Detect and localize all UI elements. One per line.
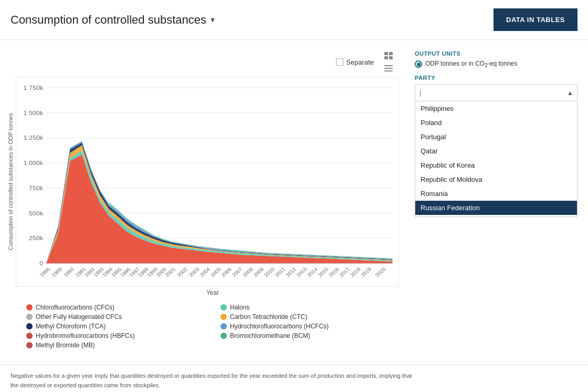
chart-controls: Separate xyxy=(5,50,399,74)
dropdown-item-republic-korea[interactable]: Republic of Korea xyxy=(415,158,577,172)
footnote-line1: Negative values for a given year imply t… xyxy=(10,372,578,381)
x-axis-label: Year xyxy=(5,289,399,296)
legend-label-other-hcfc: Other Fully Halogenated CFCs xyxy=(36,313,122,321)
legend-label-ctc: Carbon Tetrachloride (CTC) xyxy=(230,313,307,321)
party-dropdown-list[interactable]: Philippines Poland Portugal Qatar Republ… xyxy=(415,101,578,217)
svg-text:2018: 2018 xyxy=(349,266,362,277)
svg-text:2014: 2014 xyxy=(306,266,319,278)
svg-text:2003: 2003 xyxy=(187,266,200,277)
chart-wrapper: Consumption of controlled substances in … xyxy=(5,77,399,287)
y-axis-label: Consumption of controlled substances in … xyxy=(5,77,16,287)
radio-circle-inner xyxy=(417,63,421,66)
radio-circle[interactable] xyxy=(415,60,422,68)
legend-label-hbfc: Hydrobromofluorocarbons (HBFCs) xyxy=(36,332,135,339)
output-units-radio[interactable]: ODP tonnes or in CO2-eq tonnes xyxy=(415,60,578,68)
page-header: Consumption of controlled substances ▾ D… xyxy=(0,0,588,40)
legend-dot-other-hcfc xyxy=(26,314,33,320)
svg-text:2007: 2007 xyxy=(230,266,243,277)
svg-text:1986: 1986 xyxy=(38,266,51,277)
chart-section: Separate xyxy=(0,45,410,354)
right-panel: OUTPUT UNITS ODP tonnes or in CO2-eq ton… xyxy=(410,45,588,354)
svg-text:2002: 2002 xyxy=(176,266,188,277)
data-tables-button[interactable]: DATA IN TABLES xyxy=(494,8,578,31)
legend-label-hcfc: Hydrochlorofluorocarbons (HCFCs) xyxy=(230,323,329,330)
legend-dot-hbfc xyxy=(26,333,33,339)
title-text: Consumption of controlled substances xyxy=(10,13,206,27)
legend-label-bcm: Bromochloromethane (BCM) xyxy=(230,332,310,339)
legend-item-hcfc: Hydrochlorofluorocarbons (HCFCs) xyxy=(220,323,399,330)
svg-rect-0 xyxy=(384,52,388,55)
dropdown-item-russian-federation[interactable]: Russian Federation xyxy=(415,201,577,215)
svg-text:1989: 1989 xyxy=(50,266,63,277)
dropdown-item-romania[interactable]: Romania xyxy=(415,187,577,201)
svg-text:2011: 2011 xyxy=(274,266,286,277)
legend-label-cfc: Chlorofluorocarbons (CFCs) xyxy=(36,304,114,311)
dropdown-item-portugal[interactable]: Portugal xyxy=(415,130,577,144)
svg-text:2005: 2005 xyxy=(209,266,222,277)
party-search-input[interactable] xyxy=(415,84,578,101)
legend-label-mb: Methyl Bromide (MB) xyxy=(36,342,95,349)
legend-dot-halons xyxy=(220,304,227,311)
dropdown-item-philippines[interactable]: Philippines xyxy=(415,101,577,116)
legend-label-halons: Halons xyxy=(230,304,249,311)
svg-text:750k: 750k xyxy=(29,185,43,191)
legend-dot-bcm xyxy=(220,333,227,339)
svg-text:2020: 2020 xyxy=(374,266,386,277)
footnote-line3: In stacked charts, negative values have … xyxy=(10,390,578,392)
dropdown-item-poland[interactable]: Poland xyxy=(415,116,577,130)
svg-text:2016: 2016 xyxy=(328,266,340,277)
dropdown-item-rwanda[interactable]: Rwanda xyxy=(415,215,577,217)
svg-text:1 750k: 1 750k xyxy=(24,85,44,91)
legend-item-bcm: Bromochloromethane (BCM) xyxy=(220,332,399,339)
svg-text:1 000k: 1 000k xyxy=(24,160,44,166)
table-view-icon[interactable] xyxy=(383,50,394,61)
svg-text:1990: 1990 xyxy=(62,266,75,277)
svg-text:0: 0 xyxy=(39,260,43,266)
svg-text:2019: 2019 xyxy=(360,266,372,277)
legend-item-tca: Methyl Chloroform (TCA) xyxy=(26,323,205,330)
svg-text:1 500k: 1 500k xyxy=(24,109,44,116)
svg-text:2008: 2008 xyxy=(242,266,254,277)
legend-label-tca: Methyl Chloroform (TCA) xyxy=(36,323,106,330)
svg-rect-1 xyxy=(389,52,393,55)
separate-control[interactable]: Separate xyxy=(336,58,374,66)
menu-icon[interactable] xyxy=(383,63,394,74)
title-chevron[interactable]: ▾ xyxy=(211,15,215,25)
svg-text:2009: 2009 xyxy=(252,266,265,277)
svg-text:250k: 250k xyxy=(29,235,43,241)
separate-label-text: Separate xyxy=(346,58,374,66)
separate-checkbox[interactable] xyxy=(336,58,343,66)
svg-rect-6 xyxy=(384,70,393,71)
legend-item-halons: Halons xyxy=(220,304,399,311)
main-content: Separate xyxy=(0,40,588,359)
svg-text:2006: 2006 xyxy=(220,266,233,277)
radio-label-text: ODP tonnes or in CO2-eq tonnes xyxy=(425,60,517,68)
chart-icon-group xyxy=(383,50,394,74)
svg-rect-3 xyxy=(389,56,393,59)
chart-area: 1 750k 1 500k 1 250k 1 000k 750k 500k 25… xyxy=(16,77,399,287)
footnotes: Negative values for a given year imply t… xyxy=(0,365,588,392)
party-search-wrapper: ▲ xyxy=(415,84,578,101)
svg-rect-4 xyxy=(384,65,393,66)
svg-text:2012: 2012 xyxy=(285,266,297,277)
legend-dot-cfc xyxy=(26,304,33,311)
svg-text:1 250k: 1 250k xyxy=(24,135,44,141)
svg-text:500k: 500k xyxy=(29,210,43,216)
legend-item-other-hcfc: Other Fully Halogenated CFCs xyxy=(26,313,205,321)
party-label: PARTY xyxy=(415,75,578,81)
svg-text:2001: 2001 xyxy=(164,266,176,277)
svg-rect-5 xyxy=(384,68,393,69)
dropdown-item-qatar[interactable]: Qatar xyxy=(415,144,577,158)
legend-item-cfc: Chlorofluorocarbons (CFCs) xyxy=(26,304,205,311)
output-units-label: OUTPUT UNITS xyxy=(415,50,578,57)
footnote-line2: the destroyed or exported quantities cam… xyxy=(10,381,578,390)
svg-rect-2 xyxy=(384,56,388,59)
chart-svg: 1 750k 1 500k 1 250k 1 000k 750k 500k 25… xyxy=(16,77,398,286)
legend-dot-ctc xyxy=(220,314,227,320)
chart-legend: Chlorofluorocarbons (CFCs) Halons Other … xyxy=(5,304,399,349)
svg-text:2017: 2017 xyxy=(338,266,351,277)
legend-dot-tca xyxy=(26,323,33,329)
legend-dot-mb xyxy=(26,342,33,348)
dropdown-item-republic-moldova[interactable]: Republic of Moldova xyxy=(415,172,577,187)
legend-item-hbfc: Hydrobromofluorocarbons (HBFCs) xyxy=(26,332,205,339)
